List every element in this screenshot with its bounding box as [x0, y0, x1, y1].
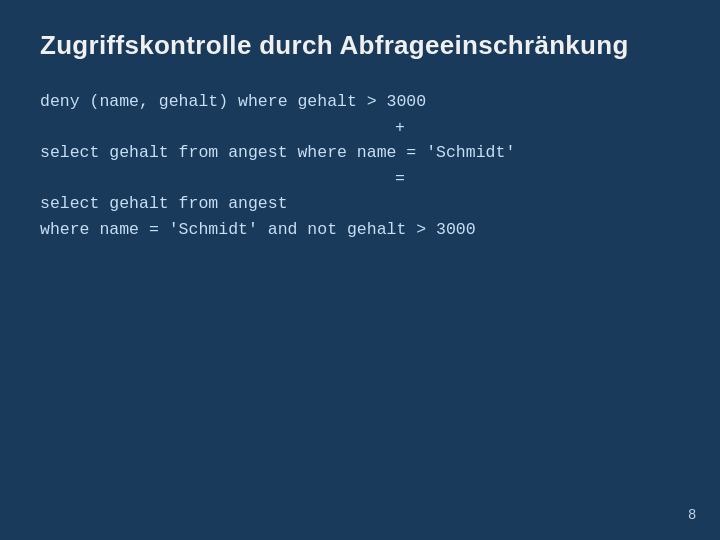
code-line-3: select gehalt from angest [40, 191, 680, 217]
code-content: deny (name, gehalt) where gehalt > 3000 … [40, 89, 680, 242]
code-line-4: where name = 'Schmidt' and not gehalt > … [40, 217, 680, 243]
code-line-2: select gehalt from angest where name = '… [40, 140, 680, 166]
slide: Zugriffskontrolle durch Abfrageeinschrän… [0, 0, 720, 540]
operator-equals: = [40, 166, 680, 192]
code-block: deny (name, gehalt) where gehalt > 3000 … [40, 89, 680, 242]
operator-plus: + [40, 115, 680, 141]
code-line-1: deny (name, gehalt) where gehalt > 3000 [40, 89, 680, 115]
slide-title: Zugriffskontrolle durch Abfrageeinschrän… [40, 30, 680, 61]
page-number: 8 [688, 506, 696, 522]
